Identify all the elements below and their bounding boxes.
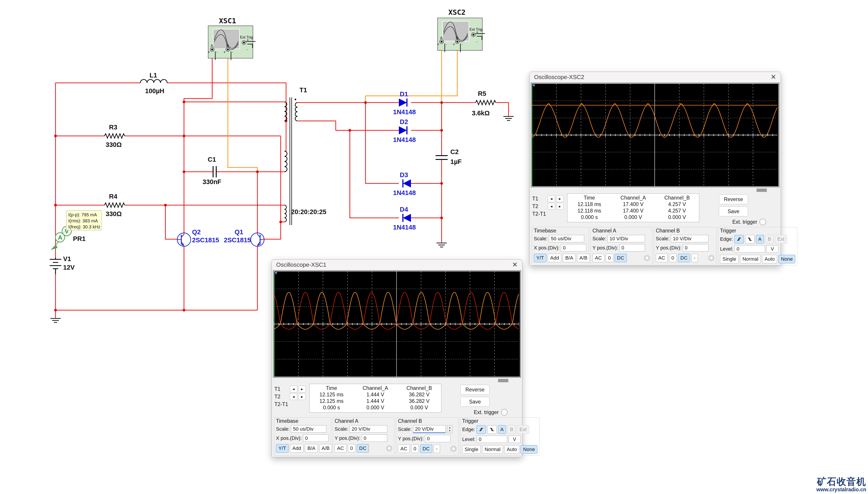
t2-left-button[interactable]: ◄ — [548, 203, 555, 210]
svg-text:+: + — [453, 42, 455, 46]
mode-add-button[interactable]: Add — [548, 254, 561, 262]
t2-right-button[interactable]: ► — [556, 203, 564, 210]
titlebar[interactable]: Oscilloscope-XSC2 ✕ — [530, 72, 781, 82]
trigger-source-b-button[interactable]: B — [508, 425, 516, 434]
mode-ba-button[interactable]: B/A — [563, 254, 575, 262]
channel-a-ac-button[interactable]: AC — [335, 444, 347, 453]
oscilloscope-icon-xsc1[interactable]: XSC1 Ext Trig + - A B + - + - — [208, 17, 256, 60]
transistor-q2[interactable]: Q2 2SC1815 — [177, 228, 219, 246]
scroll-handle[interactable] — [756, 189, 767, 192]
channel-b-dc-button[interactable]: DC — [420, 444, 432, 453]
channel-a-ac-button[interactable]: AC — [592, 254, 604, 262]
ext-trigger-radio[interactable] — [760, 218, 766, 225]
scroll-handle[interactable] — [498, 379, 508, 382]
t2-right-button[interactable]: ► — [298, 393, 306, 400]
xpos-input[interactable]: 0 — [561, 244, 587, 251]
cursor-delta-label: T2-T1 — [274, 401, 289, 407]
trigger-source-a-button[interactable]: A — [498, 425, 506, 434]
close-icon[interactable]: ✕ — [771, 74, 776, 80]
mode-add-button[interactable]: Add — [290, 444, 303, 453]
diode-d4[interactable]: D4 1N4148 — [393, 206, 416, 231]
mode-ba-button[interactable]: B/A — [305, 444, 318, 453]
trigger-single-button[interactable]: Single — [462, 445, 481, 454]
timebase-scale-input[interactable]: 50 us/Div — [549, 235, 584, 242]
capacitor-c2[interactable]: C2 1µF — [436, 148, 462, 165]
trigger-auto-button[interactable]: Auto — [504, 445, 519, 454]
channel-a-zero-button[interactable]: 0 — [348, 444, 355, 453]
rising-edge-icon[interactable] — [476, 425, 486, 434]
rising-edge-icon[interactable] — [734, 235, 744, 243]
table-row: 0.000 s0.000 V0.000 V — [310, 404, 441, 411]
channel-a-ypos-input[interactable]: 0 — [619, 244, 645, 251]
xpos-input[interactable]: 0 — [303, 434, 329, 442]
transformer-t1[interactable]: T1 20:20:20:25 — [284, 87, 326, 225]
save-button[interactable]: Save — [719, 207, 748, 216]
mode-ab-button[interactable]: A/B — [577, 254, 590, 262]
t1-right-button[interactable]: ► — [556, 195, 564, 202]
trigger-source-ext-button[interactable]: Ext — [517, 425, 529, 434]
mode-yt-button[interactable]: Y/T — [534, 254, 546, 262]
channel-b-minus-button[interactable]: - — [691, 254, 698, 262]
trigger-level-unit[interactable]: V — [766, 245, 778, 253]
trigger-source-ext-button[interactable]: Ext — [775, 235, 787, 243]
trigger-level-input[interactable]: 0 — [735, 245, 765, 253]
resistor-r5[interactable]: R5 3.6kΩ — [472, 90, 496, 117]
channel-b-minus-button[interactable]: - — [434, 444, 440, 453]
orange-wires[interactable] — [228, 43, 457, 172]
timebase-scale-input[interactable]: 50 us/Div — [291, 425, 326, 433]
scale-spinner[interactable]: ▲▼ — [447, 425, 452, 433]
inductor-l1[interactable]: L1 100µH — [140, 72, 167, 95]
falling-edge-icon[interactable] — [745, 235, 754, 243]
channel-b-ypos-input[interactable]: 0 — [425, 435, 451, 442]
trigger-single-button[interactable]: Single — [720, 255, 738, 263]
transistor-q1[interactable]: Q1 2SC1815 — [224, 228, 264, 246]
channel-b-ac-button[interactable]: AC — [656, 254, 668, 262]
channel-b-zero-button[interactable]: 0 — [411, 444, 419, 453]
svg-text:D4: D4 — [400, 206, 408, 213]
channel-b-dc-button[interactable]: DC — [678, 254, 690, 262]
close-icon[interactable]: ✕ — [512, 261, 518, 268]
channel-b-scale-input[interactable]: 20 V/Div — [413, 425, 446, 433]
trigger-level-input[interactable]: 0 — [477, 436, 507, 443]
trigger-group: Trigger Edge: A B Ext Level: 0 V Single … — [718, 227, 797, 265]
channel-a-ypos-input[interactable]: 0 — [362, 434, 387, 442]
save-button[interactable]: Save — [460, 397, 490, 407]
channel-a-dc-button[interactable]: DC — [357, 444, 369, 453]
channel-a-dc-button[interactable]: DC — [615, 254, 627, 262]
trigger-normal-button[interactable]: Normal — [482, 445, 503, 454]
capacitor-c1[interactable]: C1 330nF — [202, 156, 221, 185]
trigger-level-unit[interactable]: V — [509, 436, 520, 443]
t2-left-button[interactable]: ◄ — [290, 393, 297, 400]
reverse-button[interactable]: Reverse — [460, 385, 490, 395]
titlebar[interactable]: Oscilloscope-XSC1 ✕ — [272, 260, 522, 270]
resistor-r4[interactable]: R4 330Ω — [104, 193, 125, 217]
trigger-normal-button[interactable]: Normal — [740, 255, 761, 263]
channel-b-ac-button[interactable]: AC — [398, 444, 410, 453]
ext-trigger-radio[interactable] — [501, 409, 508, 416]
t1-left-button[interactable]: ◄ — [548, 195, 555, 202]
channel-b-ypos-input[interactable]: 0 — [683, 244, 708, 251]
multisim-workspace: L1 100µH R3 330Ω R4 330Ω R5 3.6kΩ C1 330… — [0, 0, 868, 494]
reverse-button[interactable]: Reverse — [719, 194, 748, 204]
trigger-source-b-button[interactable]: B — [765, 235, 773, 243]
oscilloscope-icon-xsc2[interactable]: XSC2 Ext Trig + - A B + - + - — [437, 8, 485, 52]
diode-d1[interactable]: D1 1N4148 — [393, 91, 416, 116]
channel-b-zero-button[interactable]: 0 — [669, 254, 677, 262]
trigger-source-a-button[interactable]: A — [756, 235, 764, 243]
resistor-r3[interactable]: R3 330Ω — [104, 124, 125, 148]
trigger-none-button[interactable]: None — [778, 255, 795, 263]
channel-a-scale-input[interactable]: 20 V/Div — [350, 425, 387, 433]
battery-v1[interactable]: V1 12V — [50, 255, 75, 274]
trigger-auto-button[interactable]: Auto — [762, 255, 777, 263]
diode-d3[interactable]: D3 1N4148 — [393, 171, 416, 196]
channel-b-scale-input[interactable]: 10 V/Div — [671, 235, 708, 242]
mode-yt-button[interactable]: Y/T — [276, 444, 289, 453]
diode-d2[interactable]: D2 1N4148 — [393, 118, 416, 143]
t1-right-button[interactable]: ► — [298, 386, 306, 392]
trigger-none-button[interactable]: None — [520, 445, 537, 454]
t1-left-button[interactable]: ◄ — [290, 386, 297, 392]
falling-edge-icon[interactable] — [487, 425, 497, 434]
channel-a-zero-button[interactable]: 0 — [606, 254, 613, 262]
mode-ab-button[interactable]: A/B — [319, 444, 332, 453]
channel-a-scale-input[interactable]: 10 V/Div — [608, 235, 645, 242]
